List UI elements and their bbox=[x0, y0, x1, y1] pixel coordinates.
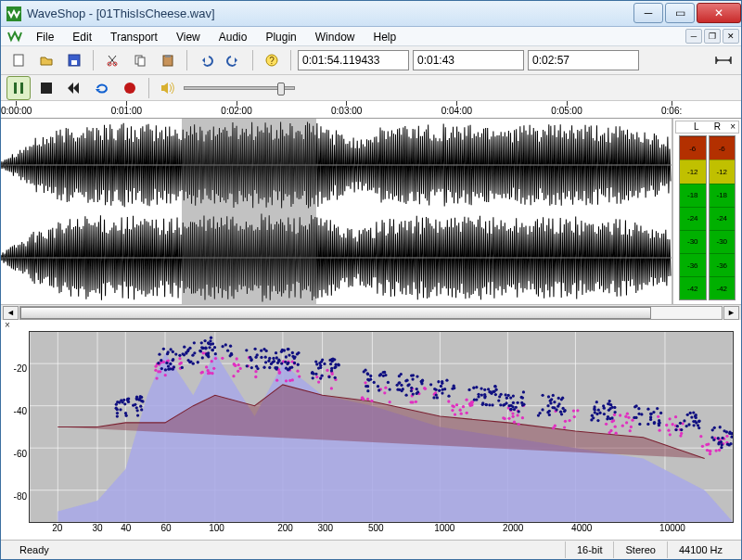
time-sel-start-field[interactable]: 0:01:43 bbox=[413, 50, 524, 70]
svg-point-571 bbox=[268, 366, 271, 369]
time-ruler[interactable]: 0:00:000:01:000:02:000:03:000:04:000:05:… bbox=[1, 101, 741, 119]
svg-point-47 bbox=[627, 416, 630, 419]
waveform-channel-right[interactable]: 0 bbox=[1, 211, 672, 304]
waveform-selection[interactable] bbox=[182, 119, 316, 304]
menu-window[interactable]: Window bbox=[306, 29, 365, 45]
svg-point-173 bbox=[232, 375, 235, 377]
svg-point-436 bbox=[277, 359, 280, 362]
titlebar[interactable]: WaveShop - [01ThisIsCheese.wav] ─ ▭ ✕ bbox=[1, 1, 741, 27]
time-now-field[interactable]: 0:01:54.119433 bbox=[298, 50, 409, 70]
record-button[interactable] bbox=[118, 76, 142, 100]
svg-point-598 bbox=[256, 354, 259, 357]
undo-button[interactable] bbox=[194, 48, 218, 72]
ruler-tick: 0:01:00 bbox=[111, 101, 142, 116]
svg-point-580 bbox=[291, 351, 294, 354]
svg-point-70 bbox=[614, 432, 617, 435]
scroll-right-button[interactable]: ► bbox=[723, 306, 739, 320]
svg-point-479 bbox=[246, 364, 249, 367]
spec-x-tick: 100 bbox=[209, 523, 224, 533]
meter-close-icon[interactable]: × bbox=[730, 121, 736, 132]
mdi-close-button[interactable]: ✕ bbox=[723, 29, 739, 44]
mdi-minimize-button[interactable]: ─ bbox=[685, 29, 702, 44]
menu-edit[interactable]: Edit bbox=[63, 29, 101, 45]
waveform-area[interactable]: 0 0 bbox=[1, 119, 672, 304]
svg-point-660 bbox=[656, 407, 659, 410]
svg-point-657 bbox=[141, 401, 144, 403]
svg-point-520 bbox=[173, 366, 175, 369]
svg-point-452 bbox=[689, 412, 692, 414]
cut-button[interactable] bbox=[100, 48, 124, 72]
maximize-button[interactable]: ▭ bbox=[665, 3, 695, 23]
copy-button[interactable] bbox=[128, 48, 152, 72]
svg-point-541 bbox=[634, 416, 637, 419]
menu-view[interactable]: View bbox=[167, 29, 210, 45]
stop-button[interactable] bbox=[34, 76, 58, 100]
svg-point-468 bbox=[140, 396, 143, 399]
help-button[interactable]: ? bbox=[260, 48, 284, 72]
svg-point-460 bbox=[275, 351, 277, 354]
svg-point-48 bbox=[164, 374, 167, 376]
svg-point-230 bbox=[595, 401, 598, 403]
scroll-track[interactable] bbox=[19, 306, 723, 320]
svg-point-330 bbox=[453, 385, 455, 388]
spectrum-plot[interactable] bbox=[29, 331, 734, 523]
svg-point-508 bbox=[520, 401, 523, 404]
minimize-button[interactable]: ─ bbox=[633, 3, 663, 23]
time-sel-end-field[interactable]: 0:02:57 bbox=[528, 50, 639, 70]
svg-point-617 bbox=[591, 414, 594, 417]
svg-point-664 bbox=[245, 349, 248, 351]
volume-thumb[interactable] bbox=[277, 83, 285, 95]
svg-point-628 bbox=[319, 377, 322, 380]
scroll-thumb[interactable] bbox=[20, 307, 651, 319]
redo-button[interactable] bbox=[222, 48, 246, 72]
svg-point-522 bbox=[378, 375, 381, 377]
menu-transport[interactable]: Transport bbox=[101, 29, 167, 45]
svg-point-203 bbox=[154, 369, 157, 372]
svg-point-94 bbox=[384, 387, 387, 389]
svg-point-653 bbox=[633, 405, 636, 408]
svg-point-220 bbox=[712, 439, 715, 441]
mdi-restore-button[interactable]: ❐ bbox=[704, 29, 721, 44]
app-menu-icon bbox=[6, 29, 23, 44]
waveform-channel-left[interactable]: 0 bbox=[1, 119, 672, 211]
pause-button[interactable] bbox=[6, 76, 31, 100]
window-title: WaveShop - [01ThisIsCheese.wav] bbox=[27, 6, 632, 20]
svg-point-95 bbox=[254, 370, 257, 373]
svg-point-375 bbox=[720, 446, 723, 449]
svg-point-213 bbox=[460, 413, 463, 415]
spec-x-tick: 1000 bbox=[434, 523, 454, 533]
fit-width-button[interactable] bbox=[711, 48, 736, 72]
menu-audio[interactable]: Audio bbox=[210, 29, 257, 45]
svg-point-469 bbox=[211, 349, 214, 351]
close-button[interactable]: ✕ bbox=[697, 3, 741, 23]
paste-button[interactable] bbox=[156, 48, 180, 72]
svg-point-524 bbox=[720, 440, 723, 443]
svg-point-206 bbox=[502, 416, 505, 419]
waveform-hscrollbar[interactable]: ◄ ► bbox=[1, 304, 741, 320]
menu-file[interactable]: File bbox=[27, 29, 63, 45]
svg-point-159 bbox=[211, 360, 213, 363]
ruler-tick: 0:04:00 bbox=[441, 101, 472, 116]
loop-button[interactable] bbox=[90, 76, 114, 100]
save-button[interactable] bbox=[62, 48, 86, 72]
svg-point-532 bbox=[188, 347, 191, 350]
svg-point-120 bbox=[668, 417, 671, 420]
menu-plugin[interactable]: Plugin bbox=[256, 29, 305, 45]
new-button[interactable] bbox=[6, 48, 31, 72]
svg-rect-14 bbox=[41, 83, 52, 94]
svg-point-132 bbox=[159, 370, 161, 373]
svg-point-649 bbox=[287, 368, 289, 371]
svg-point-122 bbox=[447, 401, 450, 403]
spectrum-close-icon[interactable]: × bbox=[5, 320, 10, 330]
open-button[interactable] bbox=[34, 48, 58, 72]
svg-point-642 bbox=[541, 409, 544, 412]
svg-point-636 bbox=[494, 388, 497, 391]
scroll-left-button[interactable]: ◄ bbox=[3, 306, 19, 320]
svg-point-569 bbox=[551, 406, 554, 409]
volume-slider[interactable] bbox=[184, 86, 295, 90]
menu-help[interactable]: Help bbox=[364, 29, 405, 45]
svg-point-369 bbox=[320, 375, 323, 377]
rewind-button[interactable] bbox=[62, 76, 86, 100]
svg-point-471 bbox=[166, 352, 169, 355]
svg-point-154 bbox=[212, 367, 215, 370]
